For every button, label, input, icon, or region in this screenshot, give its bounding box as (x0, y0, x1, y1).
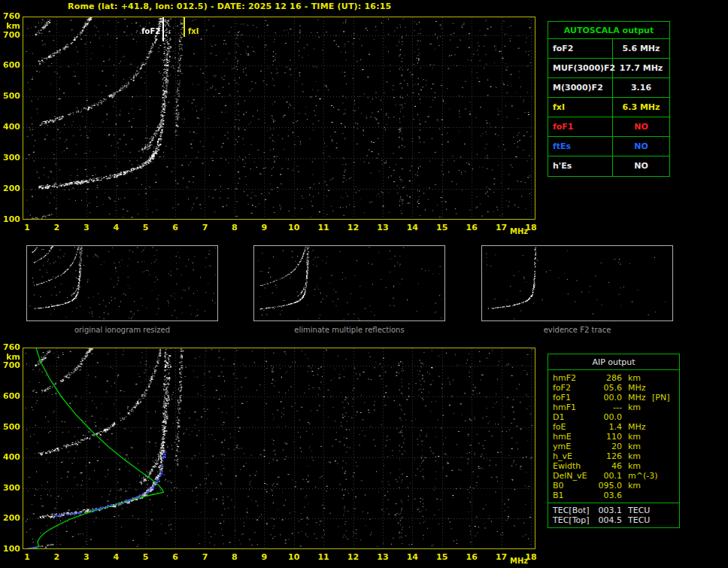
aip-row: foE1.4MHz (553, 422, 679, 432)
bottom-ionogram-canvas (23, 348, 535, 549)
y-axis-tick-label: 100 (2, 545, 20, 554)
value-cell: 6.3 MHz (613, 98, 669, 117)
value-cell: NO (613, 156, 669, 176)
aip-row: foF100.0MHz[PN] (553, 393, 679, 402)
y-axis-tick-label: 200 (2, 184, 20, 193)
table-row: ftEsNO (548, 137, 669, 156)
x-axis-tick-label: 6 (167, 223, 184, 232)
param-cell: DelN_vE (553, 471, 596, 481)
y-axis-tick-label: 300 (2, 484, 20, 493)
y-axis-tick-label: 600 (2, 392, 20, 401)
x-axis-tick-label: 9 (256, 223, 272, 232)
aip-row: D100.0 (553, 412, 679, 422)
aip-tec-row: TEC[Bot]003.1TECU (553, 506, 679, 515)
param-cell: foE (553, 422, 596, 432)
extra-cell: [PN] (652, 393, 679, 402)
extra-cell (652, 402, 679, 412)
unit-cell: MHz (622, 393, 652, 402)
value-cell: 00.1 (596, 471, 622, 481)
extra-cell (652, 432, 679, 442)
x-axis-tick-label: 13 (375, 552, 391, 562)
panel-caption-original: original ionogram resized (26, 326, 218, 334)
param-cell: foF1 (548, 117, 613, 136)
x-axis-tick-label: 3 (78, 552, 95, 562)
x-axis-tick-label: 11 (315, 223, 332, 232)
unit-cell (622, 491, 652, 500)
value-cell: 00.0 (596, 412, 622, 422)
param-cell: h_vE (553, 451, 596, 461)
aip-row: hmE110km (553, 432, 679, 442)
value-cell: 46 (596, 461, 622, 471)
top-ionogram-plot: foF2fxI (23, 17, 535, 220)
x-axis-tick-label: 14 (404, 223, 420, 232)
extra-cell (652, 471, 679, 481)
x-axis-tick-label: 14 (404, 552, 420, 562)
value-cell: 5.6 MHz (613, 39, 669, 58)
panel-caption-evidence: evidence F2 trace (481, 326, 673, 334)
table-row: h'EsNO (548, 156, 669, 176)
param-cell: foF2 (548, 39, 613, 58)
x-axis-tick-label: 17 (493, 552, 510, 562)
value-cell: 110 (596, 432, 622, 442)
table-row: foF25.6 MHz (548, 39, 669, 59)
value-cell: 1.4 (596, 422, 622, 432)
x-axis-tick-label: 8 (226, 223, 243, 232)
panel-eliminate-reflections-canvas (254, 246, 444, 320)
param-cell: ymE (553, 442, 596, 451)
unit-cell: MHz (622, 383, 652, 393)
x-axis-tick-label: 12 (345, 223, 362, 232)
param-cell: TEC[Bot] (553, 506, 596, 515)
aip-row: h_vE126km (553, 451, 679, 461)
unit-cell: km (622, 481, 652, 491)
autoscala-table: AUTOSCALA output foF25.6 MHzMUF(3000)F21… (548, 21, 670, 177)
unit-cell: km (622, 451, 652, 461)
extra-cell (652, 451, 679, 461)
x-axis-tick-label: 1 (19, 552, 35, 562)
unit-cell: km (622, 432, 652, 442)
aip-row: DelN_vE00.1m^(-3) (553, 471, 679, 481)
param-cell: h'Es (548, 156, 613, 176)
extra-cell (652, 442, 679, 451)
aip-row: B0095.0km (553, 481, 679, 491)
y-axis-tick-label: 700 (2, 31, 20, 40)
y-axis-tick-label: 500 (2, 92, 20, 101)
value-cell: NO (613, 117, 669, 136)
panel-caption-eliminate: eliminate multiple reflections (253, 326, 445, 334)
table-row: fxI6.3 MHz (548, 98, 669, 117)
param-cell: ftEs (548, 137, 613, 156)
param-cell: D1 (553, 412, 596, 422)
extra-cell (652, 373, 679, 383)
km-unit-label: km (2, 353, 20, 362)
x-axis-tick-label: 5 (138, 552, 154, 562)
param-cell: fxI (548, 98, 613, 117)
y-axis-tick-label: 100 (2, 215, 20, 224)
unit-cell: km (622, 442, 652, 451)
x-axis-tick-label: 7 (196, 223, 213, 232)
panel-original-ionogram-canvas (27, 246, 217, 320)
param-cell: hmF2 (553, 373, 596, 383)
value-cell: 003.1 (596, 506, 622, 515)
x-axis-tick-label: 12 (345, 552, 362, 562)
table-row: foF1NO (548, 117, 669, 137)
param-cell: M(3000)F2 (548, 78, 613, 97)
fxi-marker-label: fxI (188, 27, 199, 35)
page-title: Rome (lat: +41.8, lon: 012.5) - DATE: 20… (68, 2, 391, 11)
param-cell: B0 (553, 481, 596, 491)
unit-cell: TECU (622, 515, 652, 525)
x-axis-tick-label: 4 (108, 552, 124, 562)
x-axis-tick-label: 3 (78, 223, 95, 232)
aip-row: B103.6 (553, 491, 679, 500)
unit-cell: km (622, 402, 652, 412)
aip-row: hmF1---km (553, 402, 679, 412)
aip-row: Ewidth46km (553, 461, 679, 471)
x-axis-tick-label: 16 (463, 223, 480, 232)
value-cell: 004.5 (596, 515, 622, 525)
x-axis-tick-label: 2 (48, 552, 65, 562)
unit-cell: TECU (622, 506, 652, 515)
mhz-unit-label: MHz (510, 227, 528, 235)
value-cell: 3.16 (613, 78, 669, 97)
aip-tec-row: TEC[Top]004.5TECU (553, 515, 679, 525)
x-axis-tick-label: 4 (108, 223, 124, 232)
param-cell: foF1 (553, 393, 596, 402)
aip-row: hmF2286km (553, 373, 679, 383)
